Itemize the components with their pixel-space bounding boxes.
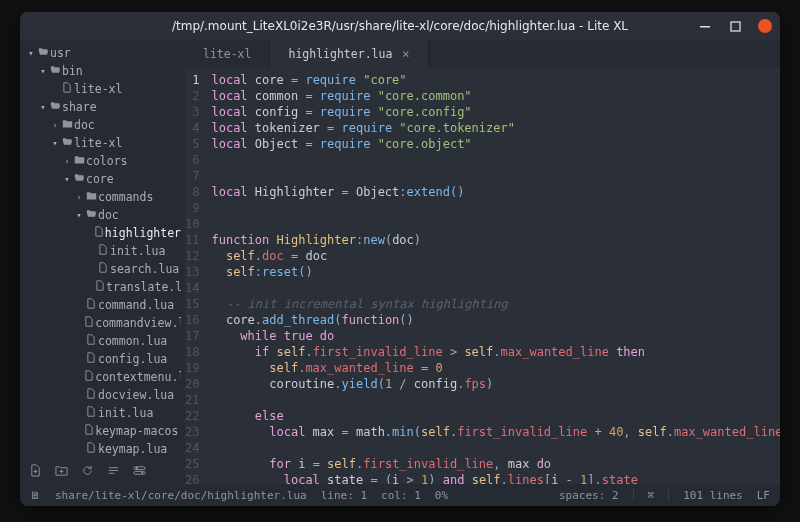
- tree-file[interactable]: search.lua: [20, 260, 185, 278]
- line-number: 24: [185, 440, 199, 456]
- code-line[interactable]: self.doc = doc: [211, 248, 780, 264]
- code-line[interactable]: else: [211, 408, 780, 424]
- code-line[interactable]: [211, 280, 780, 296]
- tree-file[interactable]: init.lua: [20, 242, 185, 260]
- tree-file[interactable]: highlighter.lu: [20, 224, 185, 242]
- code-line[interactable]: local tokenizer = require "core.tokenize…: [211, 120, 780, 136]
- code-line[interactable]: self.max_wanted_line = 0: [211, 360, 780, 376]
- code-content[interactable]: local core = require "core"local common …: [207, 68, 780, 484]
- code-line[interactable]: -- init incremental syntax highlighting: [211, 296, 780, 312]
- tree-folder[interactable]: ▾core: [20, 170, 185, 188]
- chevron-down-icon[interactable]: ▾: [62, 174, 72, 184]
- tree-file[interactable]: docview.lua: [20, 386, 185, 404]
- line-number: 16: [185, 312, 199, 328]
- tree-file[interactable]: commandview.lu: [20, 314, 185, 332]
- code-line[interactable]: [211, 216, 780, 232]
- chevron-down-icon[interactable]: ▾: [50, 138, 60, 148]
- tree-folder[interactable]: ›commands: [20, 188, 185, 206]
- file-icon: [84, 352, 98, 366]
- chevron-right-icon[interactable]: ›: [62, 156, 72, 166]
- code-line[interactable]: coroutine.yield(1 / config.fps): [211, 376, 780, 392]
- folder-open-icon: [84, 208, 98, 222]
- code-line[interactable]: local Highlighter = Object:extend(): [211, 184, 780, 200]
- code-line[interactable]: [211, 440, 780, 456]
- file-icon: [94, 280, 106, 294]
- status-indent[interactable]: spaces: 2: [559, 489, 619, 502]
- file-icon: [94, 226, 105, 240]
- file-icon: [83, 424, 95, 438]
- close-icon[interactable]: ×: [402, 47, 409, 61]
- status-eol[interactable]: LF: [757, 489, 770, 502]
- tree-folder[interactable]: ▾usr: [20, 44, 185, 62]
- tree-item-label: command.lua: [98, 298, 174, 312]
- tree-folder[interactable]: ▾bin: [20, 62, 185, 80]
- tree-folder[interactable]: ▾share: [20, 98, 185, 116]
- tree-folder[interactable]: ›doc: [20, 116, 185, 134]
- folder-add-icon[interactable]: [54, 463, 68, 477]
- maximize-button[interactable]: [728, 19, 742, 33]
- code-line[interactable]: if self.first_invalid_line > self.max_wa…: [211, 344, 780, 360]
- tree-file[interactable]: translate.lua: [20, 278, 185, 296]
- tab[interactable]: lite-xl: [185, 40, 270, 68]
- tree-folder[interactable]: ▾doc: [20, 206, 185, 224]
- tab[interactable]: highlighter.lua×: [270, 40, 428, 68]
- code-line[interactable]: local core = require "core": [211, 72, 780, 88]
- status-divider: [633, 489, 634, 501]
- tree-file[interactable]: config.lua: [20, 350, 185, 368]
- code-line[interactable]: [211, 392, 780, 408]
- tree-file[interactable]: init.lua: [20, 404, 185, 422]
- chevron-down-icon[interactable]: ▾: [38, 66, 48, 76]
- file-icon: [83, 370, 95, 384]
- minimize-button[interactable]: [698, 19, 712, 33]
- tree-file[interactable]: command.lua: [20, 296, 185, 314]
- tree-item-label: keymap.lua: [98, 442, 167, 456]
- code-line[interactable]: while true do: [211, 328, 780, 344]
- tree-folder[interactable]: ›colors: [20, 152, 185, 170]
- tree-file[interactable]: keymap-macos.l: [20, 422, 185, 440]
- folder-open-icon: [48, 64, 62, 78]
- tree-file[interactable]: contextmenu.lu: [20, 368, 185, 386]
- collapse-icon[interactable]: [106, 463, 120, 477]
- chevron-down-icon[interactable]: ▾: [74, 210, 84, 220]
- tree-file[interactable]: common.lua: [20, 332, 185, 350]
- settings-toggle-icon[interactable]: [132, 463, 146, 477]
- chevron-down-icon[interactable]: ▾: [26, 48, 36, 58]
- file-add-icon[interactable]: [28, 463, 42, 477]
- file-icon: [96, 244, 110, 258]
- code-line[interactable]: local max = math.min(self.first_invalid_…: [211, 424, 780, 440]
- code-line[interactable]: local state = (i > 1) and self.lines[i -…: [211, 472, 780, 484]
- titlebar[interactable]: /tmp/.mount_LiteXL0i2e3R/usr/share/lite-…: [20, 12, 780, 40]
- tree-folder[interactable]: ▾lite-xl: [20, 134, 185, 152]
- file-icon: [60, 82, 74, 96]
- code-line[interactable]: for i = self.first_invalid_line, max do: [211, 456, 780, 472]
- tree-item-label: core: [86, 172, 114, 186]
- status-tree-icon[interactable]: ⌘: [648, 489, 655, 502]
- code-line[interactable]: local Object = require "core.object": [211, 136, 780, 152]
- code-line[interactable]: self:reset(): [211, 264, 780, 280]
- code-line[interactable]: [211, 168, 780, 184]
- code-line[interactable]: core.add_thread(function(): [211, 312, 780, 328]
- chevron-right-icon[interactable]: ›: [74, 192, 84, 202]
- sidebar-toolbar: [20, 456, 185, 484]
- file-icon: [83, 316, 95, 330]
- window-controls: [698, 12, 772, 40]
- tree-file[interactable]: keymap.lua: [20, 440, 185, 456]
- line-number: 10: [185, 216, 199, 232]
- chevron-right-icon[interactable]: ›: [50, 120, 60, 130]
- chevron-down-icon[interactable]: ▾: [38, 102, 48, 112]
- reload-icon[interactable]: [80, 463, 94, 477]
- tree-item-label: share: [62, 100, 97, 114]
- window-body: ▾usr▾binlite-xl▾share›doc▾lite-xl›colors…: [20, 40, 780, 484]
- close-button[interactable]: [758, 19, 772, 33]
- code-line[interactable]: function Highlighter:new(doc): [211, 232, 780, 248]
- code-line[interactable]: local common = require "core.common": [211, 88, 780, 104]
- code-line[interactable]: [211, 152, 780, 168]
- code-line[interactable]: [211, 200, 780, 216]
- code-area[interactable]: 1234567891011121314151617181920212223242…: [185, 68, 780, 484]
- tab-label: lite-xl: [203, 47, 251, 61]
- code-line[interactable]: local config = require "core.config": [211, 104, 780, 120]
- tree-file[interactable]: lite-xl: [20, 80, 185, 98]
- gutter: 1234567891011121314151617181920212223242…: [185, 68, 207, 484]
- file-tree[interactable]: ▾usr▾binlite-xl▾share›doc▾lite-xl›colors…: [20, 40, 185, 456]
- folder-open-icon: [72, 172, 86, 186]
